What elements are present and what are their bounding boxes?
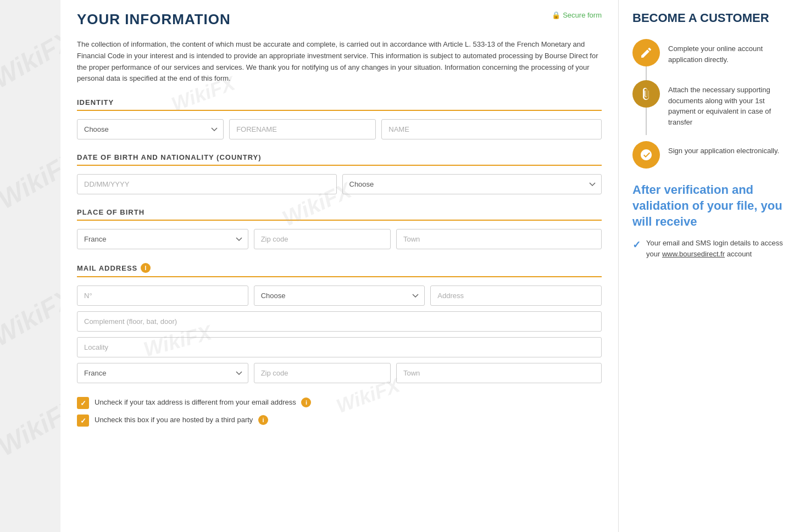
nationality-select[interactable]: Choose France Germany United Kingdom bbox=[342, 174, 602, 194]
pob-section-title: PLACE OF BIRTH bbox=[77, 208, 602, 221]
step-list: Complete your online account application… bbox=[632, 39, 791, 169]
mail-type-field: Choose Avenue Rue Boulevard bbox=[254, 285, 425, 306]
nationality-field: Choose France Germany United Kingdom bbox=[342, 174, 602, 194]
mail-num-field bbox=[77, 285, 248, 306]
info-text: The collection of information, the conte… bbox=[77, 39, 602, 85]
secure-form-badge: 🔒 Secure form bbox=[552, 11, 602, 19]
page-header: YOUR INFORMATION 🔒 Secure form bbox=[77, 11, 602, 28]
after-verification-section: After verification and validation of you… bbox=[632, 182, 791, 259]
mail-country-field: France Germany United Kingdom bbox=[77, 363, 248, 383]
mail-locality-row bbox=[77, 337, 602, 357]
boursedirect-link[interactable]: www.boursedirect.fr bbox=[662, 250, 725, 258]
hosted-info-icon[interactable]: i bbox=[258, 415, 268, 425]
mail-type-select[interactable]: Choose Avenue Rue Boulevard bbox=[254, 285, 425, 306]
pencil-icon bbox=[640, 46, 653, 59]
lock-icon: 🔒 bbox=[552, 11, 560, 19]
dob-section: DATE OF BIRTH AND NATIONALITY (COUNTRY) … bbox=[77, 153, 602, 194]
identity-section: IDENTITY Choose M. Mme bbox=[77, 98, 602, 139]
pob-town-field bbox=[396, 229, 602, 249]
name-field bbox=[381, 119, 602, 139]
step-2-text: Attach the necessary supporting document… bbox=[668, 80, 791, 127]
watermark: WikiFX bbox=[0, 392, 60, 462]
mail-title-row: MAIL ADDRESS i bbox=[77, 263, 602, 273]
step-icon-clip bbox=[632, 80, 660, 108]
step-1-text: Complete your online account application… bbox=[668, 39, 791, 65]
mail-num-input[interactable] bbox=[77, 285, 248, 306]
signature-icon bbox=[640, 148, 653, 161]
forename-field bbox=[229, 119, 376, 139]
dob-section-title: DATE OF BIRTH AND NATIONALITY (COUNTRY) bbox=[77, 153, 602, 166]
step-line-2 bbox=[646, 108, 647, 135]
forename-input[interactable] bbox=[229, 119, 376, 139]
identity-row: Choose M. Mme bbox=[77, 119, 602, 139]
pob-zip-input[interactable] bbox=[254, 229, 391, 249]
right-sidebar: BECOME A CUSTOMER Complete your online a… bbox=[618, 0, 805, 532]
hosted-checkbox-label: Uncheck this box if you are hosted by a … bbox=[95, 415, 268, 425]
paperclip-icon bbox=[640, 87, 653, 100]
mail-locality-input[interactable] bbox=[77, 337, 602, 357]
page-title: YOUR INFORMATION bbox=[77, 11, 231, 28]
check-blue-icon: ✓ bbox=[632, 239, 641, 251]
mail-address-input[interactable] bbox=[430, 285, 602, 306]
pob-country-field: France Germany United Kingdom bbox=[77, 229, 248, 249]
check-mark-icon2: ✓ bbox=[80, 417, 86, 425]
watermark: WikiFX bbox=[0, 282, 60, 352]
main-content: WikiFX WikiFX WikiFX WikiFX YOUR INFORMA… bbox=[60, 0, 618, 532]
mail-complement-input[interactable] bbox=[77, 311, 602, 332]
identity-section-title: IDENTITY bbox=[77, 98, 602, 111]
title-field: Choose M. Mme bbox=[77, 119, 224, 139]
pob-row: France Germany United Kingdom bbox=[77, 229, 602, 249]
mail-town-field bbox=[396, 363, 602, 383]
sidebar-title: BECOME A CUSTOMER bbox=[632, 11, 791, 25]
step-icon-sign bbox=[632, 141, 660, 169]
mail-bottom-row: France Germany United Kingdom bbox=[77, 363, 602, 383]
mail-country-select[interactable]: France Germany United Kingdom bbox=[77, 363, 248, 383]
mail-zip-field bbox=[254, 363, 391, 383]
left-sidebar: WikiFX WikiFX WikiFX WikiFX bbox=[0, 0, 60, 532]
mail-town-input[interactable] bbox=[396, 363, 602, 383]
name-input[interactable] bbox=[381, 119, 602, 139]
tax-checkbox[interactable]: ✓ bbox=[77, 397, 89, 409]
mail-section-title: MAIL ADDRESS i bbox=[77, 263, 602, 277]
pob-country-select[interactable]: France Germany United Kingdom bbox=[77, 229, 248, 249]
title-select[interactable]: Choose M. Mme bbox=[77, 119, 224, 139]
pob-town-input[interactable] bbox=[396, 229, 602, 249]
pob-zip-field bbox=[254, 229, 391, 249]
mail-section: MAIL ADDRESS i Choose Avenue Rue Bouleva… bbox=[77, 263, 602, 383]
hosted-checkbox[interactable]: ✓ bbox=[77, 415, 89, 427]
watermark: WikiFX bbox=[0, 145, 60, 215]
step-item-3: Sign your application electronically. bbox=[632, 141, 791, 169]
step-item-2: Attach the necessary supporting document… bbox=[632, 80, 791, 127]
secure-form-text: Secure form bbox=[563, 11, 602, 19]
receive-item: ✓ Your email and SMS login details to ac… bbox=[632, 238, 791, 259]
tax-checkbox-row: ✓ Uncheck if your tax address is differe… bbox=[77, 397, 602, 409]
hosted-checkbox-row: ✓ Uncheck this box if you are hosted by … bbox=[77, 415, 602, 427]
dob-date-field bbox=[77, 174, 337, 194]
mail-address-field bbox=[430, 285, 602, 306]
after-title: After verification and validation of you… bbox=[632, 182, 791, 229]
tax-info-icon[interactable]: i bbox=[301, 397, 311, 407]
watermark: WikiFX bbox=[0, 24, 60, 94]
mail-row1: Choose Avenue Rue Boulevard bbox=[77, 285, 602, 306]
mail-zip-input[interactable] bbox=[254, 363, 391, 383]
step-item-1: Complete your online account application… bbox=[632, 39, 791, 66]
pob-section: PLACE OF BIRTH France Germany United Kin… bbox=[77, 208, 602, 249]
step-icon-pencil bbox=[632, 39, 660, 66]
tax-checkbox-label: Uncheck if your tax address is different… bbox=[95, 397, 311, 408]
check-mark-icon: ✓ bbox=[80, 399, 86, 407]
dob-row: Choose France Germany United Kingdom bbox=[77, 174, 602, 194]
mail-section-label: MAIL ADDRESS bbox=[77, 264, 137, 272]
mail-info-icon[interactable]: i bbox=[141, 263, 151, 273]
mail-complement-row bbox=[77, 311, 602, 332]
dob-input[interactable] bbox=[77, 174, 337, 194]
receive-text: Your email and SMS login details to acce… bbox=[646, 238, 791, 259]
step-3-text: Sign your application electronically. bbox=[668, 141, 779, 156]
